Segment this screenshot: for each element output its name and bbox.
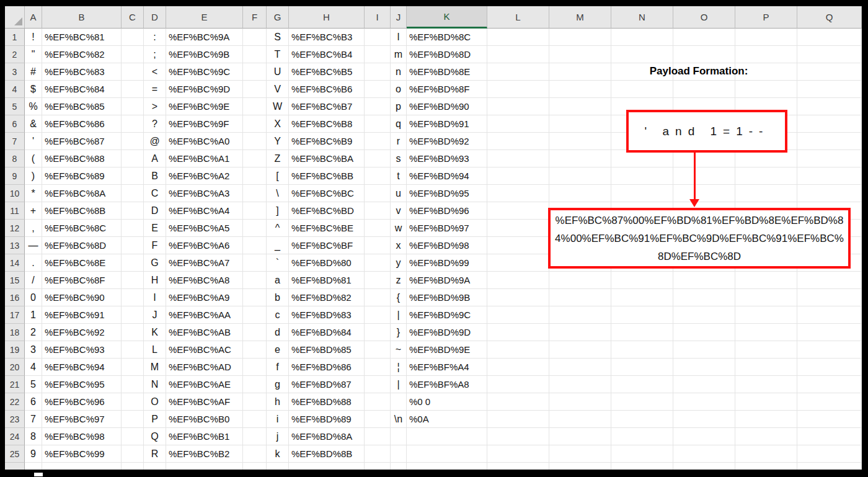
cell-J21[interactable]: | (391, 376, 407, 393)
cell-L4[interactable] (487, 81, 549, 98)
cell-P17[interactable] (735, 306, 797, 324)
cell-N2[interactable] (611, 46, 673, 63)
cell-O24[interactable] (673, 428, 735, 445)
cell-I17[interactable] (365, 306, 391, 324)
cell-N20[interactable] (611, 359, 673, 376)
cell-B26-partial[interactable] (42, 463, 122, 470)
cell-G18[interactable]: d (267, 324, 289, 341)
row-header-18[interactable]: 18 (5, 324, 25, 341)
cell-E4[interactable]: %EF%BC%9D (166, 81, 243, 98)
cell-K15[interactable]: %EF%BD%9A (407, 272, 487, 289)
row-header-8[interactable]: 8 (5, 150, 25, 167)
cell-H18[interactable]: %EF%BD%84 (289, 324, 365, 341)
cell-O4[interactable] (673, 81, 735, 98)
cell-F11[interactable] (243, 202, 267, 220)
cell-I20[interactable] (365, 359, 391, 376)
cell-G12[interactable]: ^ (267, 220, 289, 237)
cell-Q5[interactable] (797, 98, 862, 115)
cell-L25[interactable] (487, 445, 549, 463)
cell-A9[interactable]: ) (25, 167, 42, 185)
cell-C23[interactable] (122, 411, 144, 428)
row-header-20[interactable]: 20 (5, 359, 25, 376)
cell-H14[interactable]: %EF%BD%80 (289, 254, 365, 272)
cell-J13[interactable]: x (391, 237, 407, 254)
cell-K22[interactable]: %0 0 (407, 393, 487, 411)
cell-G8[interactable]: Z (267, 150, 289, 167)
cell-D13[interactable]: F (144, 237, 166, 254)
cell-O25[interactable] (673, 445, 735, 463)
cell-N18[interactable] (611, 324, 673, 341)
row-header-4[interactable]: 4 (5, 81, 25, 98)
column-header-D[interactable]: D (144, 6, 166, 29)
cell-J8[interactable]: s (391, 150, 407, 167)
cell-A17[interactable]: 1 (25, 306, 42, 324)
cell-K13[interactable]: %EF%BD%98 (407, 237, 487, 254)
cell-G1[interactable]: S (267, 29, 289, 46)
column-header-I[interactable]: I (365, 6, 391, 29)
cell-O10[interactable] (673, 185, 735, 202)
cell-F4[interactable] (243, 81, 267, 98)
cell-Q17[interactable] (797, 306, 862, 324)
cell-F12[interactable] (243, 220, 267, 237)
cell-Q24[interactable] (797, 428, 862, 445)
cell-L6[interactable] (487, 115, 549, 133)
cell-J14[interactable]: y (391, 254, 407, 272)
cell-I3[interactable] (365, 63, 391, 81)
cell-A8[interactable]: ( (25, 150, 42, 167)
cell-H22[interactable]: %EF%BD%88 (289, 393, 365, 411)
cell-G17[interactable]: c (267, 306, 289, 324)
cell-J20[interactable]: ¦ (391, 359, 407, 376)
cell-A6[interactable]: & (25, 115, 42, 133)
cell-M16[interactable] (549, 289, 611, 306)
cell-F3[interactable] (243, 63, 267, 81)
cell-A21[interactable]: 5 (25, 376, 42, 393)
cell-F8[interactable] (243, 150, 267, 167)
cell-C21[interactable] (122, 376, 144, 393)
cell-M5[interactable] (549, 98, 611, 115)
cell-N9[interactable] (611, 167, 673, 185)
cell-C11[interactable] (122, 202, 144, 220)
cell-M9[interactable] (549, 167, 611, 185)
cell-F15[interactable] (243, 272, 267, 289)
cell-H21[interactable]: %EF%BD%87 (289, 376, 365, 393)
cell-D18[interactable]: K (144, 324, 166, 341)
cell-A13[interactable]: — (25, 237, 42, 254)
cell-G19[interactable]: e (267, 341, 289, 359)
cell-M1[interactable] (549, 29, 611, 46)
cell-I22[interactable] (365, 393, 391, 411)
cell-Q4[interactable] (797, 81, 862, 98)
cell-A23[interactable]: 7 (25, 411, 42, 428)
cell-L9[interactable] (487, 167, 549, 185)
cell-O17[interactable] (673, 306, 735, 324)
cell-G10[interactable]: \ (267, 185, 289, 202)
row-header-7[interactable]: 7 (5, 133, 25, 150)
cell-H15[interactable]: %EF%BD%81 (289, 272, 365, 289)
cell-L15[interactable] (487, 272, 549, 289)
cell-I18[interactable] (365, 324, 391, 341)
cell-Q19[interactable] (797, 341, 862, 359)
row-header-9[interactable]: 9 (5, 167, 25, 185)
cell-E7[interactable]: %EF%BC%A0 (166, 133, 243, 150)
cell-J18[interactable]: } (391, 324, 407, 341)
cell-I2[interactable] (365, 46, 391, 63)
cell-I19[interactable] (365, 341, 391, 359)
cell-A11[interactable]: + (25, 202, 42, 220)
cell-F18[interactable] (243, 324, 267, 341)
row-header-25[interactable]: 25 (5, 445, 25, 463)
cell-P25[interactable] (735, 445, 797, 463)
cell-D15[interactable]: H (144, 272, 166, 289)
cell-N17[interactable] (611, 306, 673, 324)
cell-A26-partial[interactable] (25, 463, 42, 470)
cell-H5[interactable]: %EF%BC%B7 (289, 98, 365, 115)
cell-F25[interactable] (243, 445, 267, 463)
cell-N1[interactable] (611, 29, 673, 46)
cell-P10[interactable] (735, 185, 797, 202)
cell-P18[interactable] (735, 324, 797, 341)
cell-D25[interactable]: R (144, 445, 166, 463)
column-header-O[interactable]: O (673, 6, 735, 29)
column-header-L[interactable]: L (487, 6, 549, 29)
cell-J4[interactable]: o (391, 81, 407, 98)
cell-P2[interactable] (735, 46, 797, 63)
column-header-F[interactable]: F (243, 6, 267, 29)
cell-I8[interactable] (365, 150, 391, 167)
